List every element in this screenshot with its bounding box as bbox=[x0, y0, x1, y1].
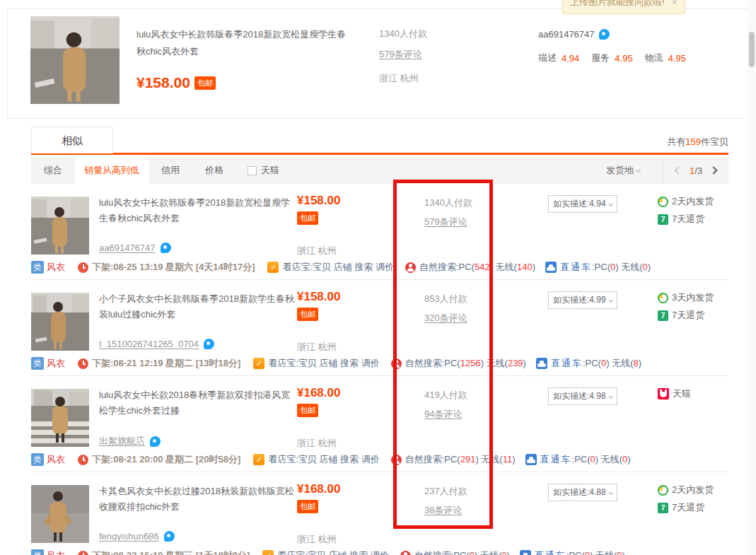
ship-badge-text: 2天内发货 bbox=[672, 484, 714, 496]
tmall-filter-label: 天猫 bbox=[261, 164, 279, 177]
seven-day-return-icon: 7 bbox=[658, 310, 668, 321]
product-title[interactable]: lulu风衣女中长款2018春秋季新款双排扣港风宽松学生chic外套过膝 bbox=[99, 387, 296, 419]
product-row: 卡其色风衣女中长款过膝2018秋装新款韩版宽松收腰双排扣chic外套 fengy… bbox=[31, 472, 728, 555]
tmall-checkbox[interactable] bbox=[248, 166, 257, 175]
sort-price[interactable]: 价格 bbox=[192, 157, 236, 184]
category-link[interactable]: 风衣 bbox=[47, 357, 65, 370]
source-product-title[interactable]: lulu风衣女中长款韩版春季2018新款宽松显瘦学生春秋chic风衣外套 bbox=[136, 26, 349, 60]
product-comments-link[interactable]: 94条评论 bbox=[424, 409, 462, 419]
kandianbao-links[interactable]: 看店宝:宝贝 店铺 搜索 调价 bbox=[282, 261, 393, 274]
kandianbao-icon: ✓ bbox=[253, 454, 264, 465]
chevron-down-icon bbox=[608, 298, 613, 303]
product-meta-bar: 类 风衣 下架:08-21 12:19 星期二 [13时18分] ✓ 看店宝:宝… bbox=[31, 356, 641, 370]
kandianbao-links[interactable]: 看店宝:宝贝 店铺 搜索 调价 bbox=[277, 549, 388, 555]
page-total: /3 bbox=[694, 165, 702, 176]
source-seller-name[interactable]: aa691476747 bbox=[538, 29, 595, 40]
product-comments-link[interactable]: 320条评论 bbox=[424, 312, 467, 323]
natural-search-icon bbox=[405, 262, 416, 273]
chevron-down-icon bbox=[636, 168, 641, 173]
seller-link[interactable]: 出絮旗舰店 bbox=[99, 435, 145, 448]
page-indicator: 1/3 bbox=[690, 165, 702, 176]
page: 上传图片就能搜同款啦! × lulu风衣女中长款韩版春季2018新款宽松显瘦学生… bbox=[0, 0, 756, 555]
kandianbao-links[interactable]: 看店宝:宝贝 店铺 搜索 调价 bbox=[268, 357, 379, 370]
category-tag-icon: 类 bbox=[31, 357, 44, 370]
product-price: ¥168.00 bbox=[297, 482, 340, 496]
product-payments: 419人付款 bbox=[424, 389, 467, 402]
wangwang-icon[interactable] bbox=[150, 436, 161, 447]
offshelf-time: 下架:08-25 13:19 星期六 [4天14时17分] bbox=[92, 261, 255, 274]
filter-bar: 综合 销量从高到低 信用 价格 天猫 发货地 1/3 bbox=[31, 157, 728, 184]
category-link[interactable]: 风衣 bbox=[47, 453, 65, 466]
offshelf-time: 下架:08-21 20:00 星期二 [20时58分] bbox=[92, 453, 240, 466]
sort-credit[interactable]: 信用 bbox=[149, 157, 192, 184]
scrollbar-thumb[interactable] bbox=[749, 32, 755, 67]
source-ratings: 描述 4.94 服务 4.95 物流 4.95 bbox=[538, 52, 693, 64]
rating-dropdown[interactable]: 如实描述:4.88 bbox=[548, 484, 617, 501]
pagination: 1/3 bbox=[663, 157, 728, 184]
wangwang-icon[interactable] bbox=[164, 531, 175, 542]
rating-desc-label: 描述 bbox=[538, 52, 557, 64]
tmall-badge-text: 天猫 bbox=[673, 387, 691, 400]
close-icon[interactable]: × bbox=[672, 0, 678, 8]
clock-icon bbox=[78, 551, 88, 555]
source-product-image[interactable] bbox=[30, 16, 120, 104]
product-title[interactable]: 卡其色风衣女中长款过膝2018秋装新款韩版宽松收腰双排扣chic外套 bbox=[99, 484, 296, 515]
kandianbao-icon: ✓ bbox=[262, 550, 274, 555]
free-shipping-badge: 包邮 bbox=[297, 404, 318, 417]
product-row: lulu风衣女中长款2018春秋季新款双排扣港风宽松学生chic外套过膝 出絮旗… bbox=[31, 376, 728, 472]
product-thumbnail[interactable] bbox=[31, 389, 89, 447]
product-comments-link[interactable]: 38条评论 bbox=[424, 505, 462, 515]
product-payments: 1340人付款 bbox=[424, 197, 472, 209]
seven-day-return-icon: 7 bbox=[658, 503, 668, 513]
category-tag-icon: 类 bbox=[31, 549, 44, 555]
rating-dropdown[interactable]: 如实描述:4.94 bbox=[548, 195, 617, 213]
category-tag-icon: 类 bbox=[31, 453, 44, 466]
offshelf-time: 下架:08-21 12:19 星期二 [13时18分] bbox=[92, 357, 240, 370]
product-meta-bar: 类 风衣 下架:08-21 20:00 星期二 [20时58分] ✓ 看店宝:宝… bbox=[31, 452, 631, 467]
kandianbao-links[interactable]: 看店宝:宝贝 店铺 搜索 调价 bbox=[268, 453, 379, 466]
seller-link[interactable]: fengyishun686 bbox=[99, 531, 159, 542]
product-thumbnail[interactable] bbox=[31, 293, 89, 351]
product-title[interactable]: lulu风衣女中长款韩版春季2018新款宽松显瘦学生春秋chic风衣外套 bbox=[99, 195, 296, 226]
rating-value: 如实描述:4.88 bbox=[553, 486, 606, 498]
product-thumbnail[interactable] bbox=[31, 485, 89, 543]
wangwang-icon[interactable] bbox=[599, 29, 610, 40]
zhitongche-icon bbox=[545, 262, 557, 273]
kandianbao-icon: ✓ bbox=[253, 358, 264, 369]
tmall-filter[interactable]: 天猫 bbox=[248, 157, 279, 184]
ship-time-icon bbox=[658, 485, 668, 496]
product-title[interactable]: 小个子风衣女中长款韩版春季2018新款学生春秋装lulu过膝chic外套 bbox=[99, 291, 296, 322]
product-list: lulu风衣女中长款韩版春季2018新款宽松显瘦学生春秋chic风衣外套 aa6… bbox=[31, 184, 728, 555]
category-link[interactable]: 风衣 bbox=[47, 549, 65, 555]
source-comments-link[interactable]: 579条评论 bbox=[379, 49, 422, 59]
seller-link[interactable]: t_1510026741265_0704 bbox=[99, 339, 199, 349]
sort-sales-desc[interactable]: 销量从高到低 bbox=[75, 157, 149, 184]
natural-search-icon bbox=[391, 358, 402, 369]
category-link[interactable]: 风衣 bbox=[47, 261, 65, 274]
product-location: 浙江 杭州 bbox=[297, 341, 337, 354]
product-thumbnail[interactable] bbox=[31, 197, 89, 255]
total-suffix: 件宝贝 bbox=[701, 136, 728, 147]
prev-page-icon[interactable] bbox=[674, 166, 682, 174]
rating-desc-value: 4.94 bbox=[562, 53, 579, 64]
chevron-down-icon bbox=[608, 490, 613, 495]
ztc-stats: 直通车:PC(0) 无线(0) bbox=[540, 453, 631, 466]
rating-value: 如实描述:4.94 bbox=[553, 198, 606, 210]
wangwang-icon[interactable] bbox=[161, 243, 171, 253]
product-comments-link[interactable]: 579条评论 bbox=[424, 216, 467, 227]
product-location: 浙江 杭州 bbox=[297, 533, 337, 546]
seller-link[interactable]: aa691476747 bbox=[99, 243, 156, 253]
tab-underline bbox=[31, 153, 728, 155]
rating-serv-value: 4.95 bbox=[615, 53, 632, 64]
zhitongche-icon bbox=[520, 550, 531, 555]
sort-composite[interactable]: 综合 bbox=[31, 157, 75, 184]
ship-from-dropdown[interactable]: 发货地 bbox=[606, 157, 640, 184]
free-shipping-badge: 包邮 bbox=[297, 500, 318, 513]
product-meta-bar: 类 风衣 下架:08-23 15:10 星期三 [1天18时9分] ✓ 看店宝:… bbox=[31, 549, 625, 555]
rating-dropdown[interactable]: 如实描述:4.99 bbox=[548, 291, 617, 309]
clock-icon bbox=[78, 262, 88, 273]
wangwang-icon[interactable] bbox=[204, 339, 214, 349]
rating-dropdown[interactable]: 如实描述:4.98 bbox=[548, 387, 617, 405]
next-page-icon[interactable] bbox=[709, 166, 717, 174]
tab-similar[interactable]: 相似 bbox=[31, 127, 113, 153]
